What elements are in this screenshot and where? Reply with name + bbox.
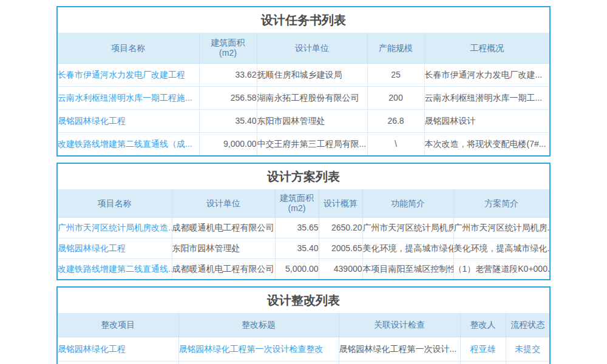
design-rectifications-panel: 设计整改列表 整改项目 整改标题 关联设计检查 整改人 流程状态 晟铭园林绿化工… bbox=[56, 286, 551, 364]
design-unit-cell: 湖南永拓工程股份有限公司 bbox=[257, 87, 367, 110]
table-row: 长春市伊通河水力发电厂改建工程 33.62 抚顺住房和城乡建设局 25 长春市伊… bbox=[58, 64, 549, 87]
overview-cell: 晟铭园林设计 bbox=[424, 110, 549, 133]
rectify-title-link[interactable]: 晟铭园林绿化工程第一次设计检查整改 bbox=[178, 337, 339, 362]
status-badge: 未提交 bbox=[506, 337, 549, 362]
rectify-title-link[interactable]: 湖南洞庭湖水库引水工程施工I标设... bbox=[178, 362, 339, 364]
table-row: 晟铭园林绿化工程 35.40 东阳市园林管理处 26.8 晟铭园林设计 bbox=[58, 110, 549, 133]
status-badge: 审批中 bbox=[506, 362, 549, 364]
related-check-cell: 湖南洞庭湖水库引水工程施工I... bbox=[339, 362, 460, 364]
header-row: 项目名称 建筑面积 (m2) 设计单位 产能规模 工程概况 bbox=[58, 33, 549, 64]
function-intro-cell: 本项目南阳至城区控制性... bbox=[362, 259, 453, 280]
design-plans-table: 项目名称 设计单位 建筑面积 (m2) 设计概算 功能简介 方案简介 广州市天河… bbox=[58, 189, 549, 279]
col-header-overview: 工程概况 bbox=[424, 33, 549, 64]
design-rectifications-title: 设计整改列表 bbox=[58, 288, 549, 313]
col-header-design-unit: 设计单位 bbox=[172, 189, 275, 218]
design-budget-cell: 2005.65 bbox=[319, 238, 362, 259]
building-area-cell: 256.58 bbox=[199, 87, 257, 110]
project-link[interactable]: 改建铁路线增建第二线直通线... bbox=[58, 259, 172, 280]
col-header-flow-status: 流程状态 bbox=[506, 313, 549, 337]
col-header-rectify-project: 整改项目 bbox=[58, 313, 178, 337]
building-area-cell: 9,000.00 bbox=[199, 133, 257, 156]
function-intro-cell: 广州市天河区统计局机房... bbox=[362, 218, 453, 238]
project-link[interactable]: 广州市天河区统计局机房改造... bbox=[58, 218, 172, 238]
col-header-related-check: 关联设计检查 bbox=[339, 313, 460, 337]
overview-cell: 本次改造，将现状变配电楼(7#... bbox=[424, 133, 549, 156]
col-header-building-area: 建筑面积 (m2) bbox=[275, 189, 319, 218]
design-rectifications-table: 整改项目 整改标题 关联设计检查 整改人 流程状态 晟铭园林绿化工程 晟铭园林绿… bbox=[58, 313, 549, 364]
design-tasks-panel: 设计任务书列表 项目名称 建筑面积 (m2) 设计单位 产能规模 工程概况 长春… bbox=[56, 6, 551, 157]
design-plans-panel: 设计方案列表 项目名称 设计单位 建筑面积 (m2) 设计概算 功能简介 方案简… bbox=[56, 163, 551, 280]
project-link[interactable]: 改建铁路线增建第二线直通线（成... bbox=[58, 133, 199, 156]
overview-cell: 长春市伊通河水力发电厂改建... bbox=[424, 64, 549, 87]
table-row: 晟铭园林绿化工程 晟铭园林绿化工程第一次设计检查整改 晟铭园林绿化工程第一次设计… bbox=[58, 337, 549, 362]
table-row: 晟铭园林绿化工程 东阳市园林管理处 35.40 2005.65 美化环境，提高城… bbox=[58, 238, 549, 259]
plan-intro-cell: 美化环境，提高城市绿化... bbox=[453, 238, 549, 259]
building-area-cell: 35.65 bbox=[275, 218, 319, 238]
design-budget-cell: 439000 bbox=[319, 259, 362, 280]
related-check-cell: 晟铭园林绿化工程第一次设计... bbox=[339, 337, 460, 362]
rectifier-cell: 蔡江平 bbox=[460, 362, 506, 364]
table-row: 襄阳火车站站前片区基础设... 湖南洞庭湖水库引水工程施工I标设... 湖南洞庭… bbox=[58, 362, 549, 364]
col-header-rectifier: 整改人 bbox=[460, 313, 506, 337]
design-budget-cell: 2650.20 bbox=[319, 218, 362, 238]
col-header-capacity: 产能规模 bbox=[367, 33, 424, 64]
design-unit-cell: 成都暖通机电工程有限公司 bbox=[172, 259, 275, 280]
project-link[interactable]: 晟铭园林绿化工程 bbox=[58, 337, 178, 362]
col-header-design-budget: 设计概算 bbox=[319, 189, 362, 218]
col-header-building-area: 建筑面积 (m2) bbox=[199, 33, 257, 64]
col-header-plan-intro: 方案简介 bbox=[453, 189, 549, 218]
function-intro-cell: 美化环境，提高城市绿化... bbox=[362, 238, 453, 259]
overview-cell: 云南水利枢纽潜明水库一期工... bbox=[424, 87, 549, 110]
design-unit-cell: 东阳市园林管理处 bbox=[257, 110, 367, 133]
capacity-cell: 200 bbox=[367, 87, 424, 110]
project-link[interactable]: 云南水利枢纽潜明水库一期工程施... bbox=[58, 87, 199, 110]
design-unit-cell: 成都暖通机电工程有限公司 bbox=[172, 218, 275, 238]
plan-intro-cell: 广州市天河区统计局机房... bbox=[453, 218, 549, 238]
design-tasks-table: 项目名称 建筑面积 (m2) 设计单位 产能规模 工程概况 长春市伊通河水力发电… bbox=[58, 33, 549, 155]
col-header-project-name: 项目名称 bbox=[58, 33, 199, 64]
building-area-cell: 33.62 bbox=[199, 64, 257, 87]
building-area-cell: 35.40 bbox=[275, 238, 319, 259]
col-header-rectify-title: 整改标题 bbox=[178, 313, 339, 337]
design-unit-cell: 中交王府井第三工程局有限... bbox=[257, 133, 367, 156]
design-tasks-title: 设计任务书列表 bbox=[58, 7, 549, 33]
capacity-cell: \ bbox=[367, 133, 424, 156]
table-row: 改建铁路线增建第二线直通线（成... 9,000.00 中交王府井第三工程局有限… bbox=[58, 133, 549, 156]
design-unit-cell: 东阳市园林管理处 bbox=[172, 238, 275, 259]
project-link[interactable]: 襄阳火车站站前片区基础设... bbox=[58, 362, 178, 364]
design-plans-title: 设计方案列表 bbox=[58, 164, 549, 189]
project-link[interactable]: 晟铭园林绿化工程 bbox=[58, 238, 172, 259]
col-header-function-intro: 功能简介 bbox=[362, 189, 453, 218]
table-row: 云南水利枢纽潜明水库一期工程施... 256.58 湖南永拓工程股份有限公司 2… bbox=[58, 87, 549, 110]
col-header-project-name: 项目名称 bbox=[58, 189, 172, 218]
capacity-cell: 25 bbox=[367, 64, 424, 87]
col-header-design-unit: 设计单位 bbox=[257, 33, 367, 64]
header-row: 整改项目 整改标题 关联设计检查 整改人 流程状态 bbox=[58, 313, 549, 337]
table-row: 改建铁路线增建第二线直通线... 成都暖通机电工程有限公司 5,000.00 4… bbox=[58, 259, 549, 280]
capacity-cell: 26.8 bbox=[367, 110, 424, 133]
design-unit-cell: 抚顺住房和城乡建设局 bbox=[257, 64, 367, 87]
rectifier-cell: 程亚雄 bbox=[460, 337, 506, 362]
building-area-cell: 5,000.00 bbox=[275, 259, 319, 280]
project-link[interactable]: 长春市伊通河水力发电厂改建工程 bbox=[58, 64, 199, 87]
building-area-cell: 35.40 bbox=[199, 110, 257, 133]
plan-intro-cell: （1）老营隧道段K0+000... bbox=[453, 259, 549, 280]
table-row: 广州市天河区统计局机房改造... 成都暖通机电工程有限公司 35.65 2650… bbox=[58, 218, 549, 238]
header-row: 项目名称 设计单位 建筑面积 (m2) 设计概算 功能简介 方案简介 bbox=[58, 189, 549, 218]
project-link[interactable]: 晟铭园林绿化工程 bbox=[58, 110, 199, 133]
page: 设计任务书列表 项目名称 建筑面积 (m2) 设计单位 产能规模 工程概况 长春… bbox=[0, 0, 607, 364]
